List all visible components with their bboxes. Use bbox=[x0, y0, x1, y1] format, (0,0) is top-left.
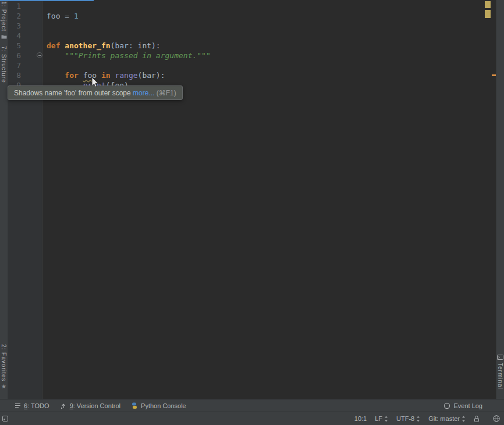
line-number: 8 bbox=[8, 70, 21, 80]
code-token bbox=[97, 71, 101, 80]
toolwindow-label: Event Log bbox=[453, 402, 482, 409]
updown-arrows-icon bbox=[384, 416, 388, 422]
line-separator-widget[interactable]: LF bbox=[375, 415, 388, 422]
code-line[interactable] bbox=[43, 31, 496, 41]
toolwindow-label: 9: Version Control bbox=[70, 402, 120, 409]
code-token: (bar: int): bbox=[111, 41, 161, 50]
active-tab-indicator bbox=[0, 0, 94, 1]
code-line[interactable] bbox=[43, 21, 496, 31]
code-token bbox=[47, 51, 65, 60]
caret-position-widget[interactable]: 10:1 bbox=[354, 415, 367, 422]
gutter-numbers: 123456789 bbox=[8, 1, 42, 90]
stripe-button-favorites[interactable]: 2: Favorites ★ bbox=[1, 344, 7, 390]
code-token: (bar): bbox=[138, 71, 165, 80]
warning-stripe-mark[interactable] bbox=[485, 10, 491, 18]
code-line[interactable] bbox=[43, 1, 496, 11]
code-line[interactable]: def another_fn(bar: int): bbox=[43, 41, 496, 51]
code-line[interactable]: """Prints passed in argument.""" bbox=[43, 51, 496, 60]
right-toolwindow-stripe: Terminal bbox=[496, 0, 504, 399]
toolwindow-bar: 6: TODO 9: Version Control Python Consol… bbox=[0, 399, 504, 412]
line-number: 1 bbox=[8, 1, 21, 11]
toolwindow-switcher-icon[interactable] bbox=[2, 415, 9, 422]
line-number: 7 bbox=[8, 60, 21, 70]
toolwindow-button-event-log[interactable]: Event Log bbox=[438, 399, 488, 412]
git-branch-value: Git: master bbox=[428, 415, 460, 422]
error-stripe bbox=[484, 0, 496, 399]
stripe-button-terminal[interactable]: Terminal bbox=[497, 354, 503, 390]
folder-icon bbox=[1, 34, 7, 39]
code-area[interactable]: foo = 1def another_fn(bar: int): """Prin… bbox=[43, 0, 496, 399]
line-number: 6 bbox=[8, 51, 21, 60]
fold-collapse-icon[interactable] bbox=[37, 52, 42, 58]
warning-line-mark[interactable] bbox=[492, 74, 496, 76]
toolwindow-button-todo[interactable]: 6: TODO bbox=[9, 399, 55, 412]
editor-pane[interactable]: 123456789 foo = 1def another_fn(bar: int… bbox=[8, 0, 496, 399]
code-line[interactable] bbox=[43, 60, 496, 70]
tooltip-message: Shadows name 'foo' from outer scope bbox=[14, 89, 133, 97]
encoding-value: UTF-8 bbox=[396, 415, 414, 422]
editor-gutter: 123456789 bbox=[8, 0, 42, 399]
updown-arrows-icon bbox=[416, 416, 420, 422]
encoding-widget[interactable]: UTF-8 bbox=[396, 415, 420, 422]
event-log-circle-icon bbox=[443, 402, 450, 409]
stripe-button-project[interactable]: 1: Project bbox=[1, 1, 7, 39]
code-token: 1 bbox=[74, 12, 79, 20]
updown-arrows-icon bbox=[462, 416, 466, 422]
line-number: 5 bbox=[8, 41, 21, 51]
stripe-label-structure: 7: Structure bbox=[1, 46, 7, 83]
toolwindow-label: 6: TODO bbox=[24, 402, 49, 409]
code-lines: foo = 1def another_fn(bar: int): """Prin… bbox=[43, 1, 496, 90]
toolwindow-button-python-console[interactable]: Python Console bbox=[126, 399, 191, 412]
line-separator-value: LF bbox=[375, 415, 382, 422]
left-toolwindow-stripe: 1: Project 7: Structure 2: Favorites ★ bbox=[0, 0, 8, 399]
stripe-label-terminal: Terminal bbox=[497, 363, 503, 390]
line-number: 2 bbox=[8, 11, 21, 21]
star-icon: ★ bbox=[1, 384, 6, 390]
code-token: def bbox=[47, 41, 65, 50]
status-bar: 10:1 LF UTF-8 Git: master bbox=[0, 412, 504, 425]
terminal-icon bbox=[497, 354, 503, 360]
python-logo-icon bbox=[131, 402, 138, 409]
tooltip-more-link[interactable]: more... bbox=[133, 89, 154, 97]
code-token: in bbox=[101, 71, 115, 80]
code-token: foo = bbox=[47, 12, 74, 20]
line-number: 4 bbox=[8, 31, 21, 41]
highlighting-level-icon[interactable] bbox=[492, 415, 501, 423]
toolwindow-button-version-control[interactable]: 9: Version Control bbox=[55, 399, 126, 412]
code-line[interactable]: foo = 1 bbox=[43, 11, 496, 21]
git-branch-widget[interactable]: Git: master bbox=[428, 415, 466, 422]
stripe-label-project: 1: Project bbox=[1, 1, 7, 31]
line-number: 3 bbox=[8, 21, 21, 31]
stripe-button-structure[interactable]: 7: Structure bbox=[1, 46, 7, 83]
tooltip-shortcut: (⌘F1) bbox=[154, 89, 176, 97]
inspection-tooltip: Shadows name 'foo' from outer scope more… bbox=[8, 85, 183, 100]
toolwindow-label: Python Console bbox=[141, 402, 186, 409]
code-token: """Prints passed in argument.""" bbox=[65, 51, 210, 60]
shadowed-variable: foo bbox=[83, 71, 97, 80]
todo-list-icon bbox=[15, 402, 21, 409]
code-token bbox=[47, 71, 65, 80]
code-token: another_fn bbox=[65, 41, 110, 50]
stripe-label-favorites: 2: Favorites bbox=[1, 344, 7, 381]
code-line[interactable]: for foo in range(bar): bbox=[43, 70, 496, 80]
code-token: for bbox=[65, 71, 83, 80]
code-token: range bbox=[115, 71, 137, 80]
vcs-arrow-icon bbox=[60, 402, 67, 409]
warning-stripe-mark[interactable] bbox=[485, 1, 491, 8]
lock-icon[interactable] bbox=[474, 415, 480, 423]
